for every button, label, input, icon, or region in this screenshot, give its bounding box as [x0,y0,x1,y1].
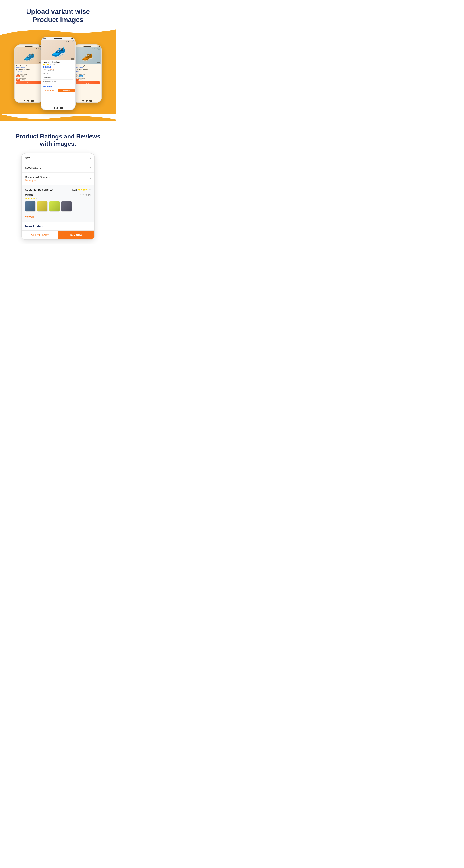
phone-right-content: Puma Running Shoes Select Variant Puma R… [73,64,101,85]
phone-center-bottom [41,106,75,110]
expanded-phone: Size › Specifications › Discounts & Coup… [21,153,95,240]
section2-title: Product Ratings and Reviews with images. [4,133,112,147]
reviews-section: Customer Reviews (1) 4.2/5 ★★★★★ Mitesh … [22,185,94,222]
view-all-link[interactable]: View All [25,214,91,219]
phone-center-discounts[interactable]: Discounts & Coupons Coming soon... › [43,80,73,85]
review-img-3 [49,201,60,212]
phone-left-colors: Red Blue [16,75,42,77]
review-images [25,201,91,212]
phone-center: 1:09 PM ▐▐▐ ▌ 👟 ⬅ ⬆ ♡ 🛒 2/5 [41,37,75,111]
reviewer-row: Mitesh 17-12-2020 [25,193,91,196]
section2: Product Ratings and Reviews with images.… [0,122,116,244]
phone-left-bottom [15,98,43,102]
wave-top-svg [0,28,116,35]
review-item: Mitesh 17-12-2020 ★ ★ ★ ★ ★ [25,193,91,212]
phone-center-content: Puma Running Shoes ★★★★★ | 0 Ratings ₹ 3… [41,60,75,89]
phone-left-notch: 1:10 PM ▐▐▐ ▌ [15,45,43,47]
phone-right-bottom [73,98,101,102]
exp-discounts-item[interactable]: Discounts & Coupons Coming soon.. › [22,173,94,185]
add-to-cart-button[interactable]: ADD TO CART [22,230,58,240]
bottom-action-bar: ADD TO CART BUY NOW [22,230,94,240]
wave-bottom-svg [0,114,116,122]
phone-right: 1:10 PM ▐▐▐ ▌ 👟 ⬅ ⬆ ♡ 🛒 3/5 [73,44,102,103]
reviews-header: Customer Reviews (1) 4.2/5 ★★★★★ [25,188,91,191]
phone-center-specifications[interactable]: Specifications › [43,76,73,80]
phone-left: 1:10 PM ▐▐▐ ▌ 👟 ⬅ ⬆ ♡ 🛒 2/5 [14,44,43,103]
phone-left-product-img: 👟 ⬅ ⬆ ♡ 🛒 2/5 [15,47,43,64]
phone-center-screen: 👟 ⬅ ⬆ ♡ 🛒 2/5 Puma Running Shoes ★★★★★ [41,40,75,106]
phone-right-sizes: 7 UK 8 UK [74,79,100,81]
buy-now-button[interactable]: BUY NOW [58,230,94,240]
phone-center-actions: ADD TO CART BUY NOW [41,89,75,92]
phones-container: 1:10 PM ▐▐▐ ▌ 👟 ⬅ ⬆ ♡ 🛒 2/5 [1,37,115,111]
review-img-2 [37,201,48,212]
phones-section: 1:10 PM ▐▐▐ ▌ 👟 ⬅ ⬆ ♡ 🛒 2/5 [0,35,116,114]
more-product-section: More Product [22,222,94,228]
phone-right-notch: 1:10 PM ▐▐▐ ▌ [73,45,101,47]
exp-size-item[interactable]: Size › [22,153,94,163]
phone-right-product-img: 👟 ⬅ ⬆ ♡ 🛒 3/5 [73,47,101,64]
phone-left-content: Puma Running Shoes Select Variant Puma R… [15,64,43,85]
review-stars: ★ ★ ★ ★ ★ [25,197,91,200]
phone-left-sizes: 7 UK 8 UK [16,79,42,81]
review-img-4 [61,201,72,212]
phone-left-screen: 👟 ⬅ ⬆ ♡ 🛒 2/5 Puma Running Shoes Select … [15,47,43,98]
phone-right-colors: Red Blue [74,75,100,77]
phone-center-color-size[interactable]: Color, Size › [43,72,73,76]
review-img-1 [25,201,36,212]
phone-right-screen: 👟 ⬅ ⬆ ♡ 🛒 3/5 Puma Running Shoes Select … [73,47,101,98]
expanded-phone-content: Size › Specifications › Discounts & Coup… [22,153,94,240]
hero-section: Upload variant wise Product Images [0,0,116,24]
hero-title: Upload variant wise Product Images [4,7,112,24]
phone-center-notch: 1:09 PM ▐▐▐ ▌ [41,37,75,40]
phone-center-product-img: 👟 ⬅ ⬆ ♡ 🛒 2/5 [41,40,75,60]
exp-specifications-item[interactable]: Specifications › [22,163,94,173]
